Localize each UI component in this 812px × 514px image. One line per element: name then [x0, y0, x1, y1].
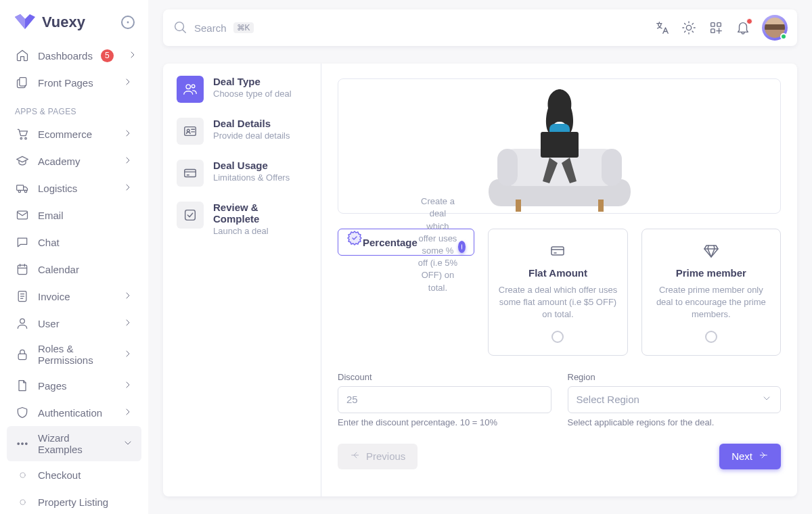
percentage-badge-icon [346, 230, 363, 246]
dots-icon [15, 436, 30, 451]
shield-icon [15, 405, 30, 420]
step-title: Deal Type [213, 76, 292, 87]
svg-point-12 [18, 443, 20, 445]
nav-checkout[interactable]: Checkout [7, 461, 141, 488]
option-percentage[interactable]: Percentage Create a deal which offer use… [338, 229, 474, 256]
svg-rect-8 [18, 265, 26, 274]
nav-roles[interactable]: Roles & Permissions [7, 337, 141, 372]
avatar[interactable] [762, 15, 788, 41]
notifications-icon[interactable] [735, 20, 751, 36]
nav-user[interactable]: User [7, 310, 141, 337]
discount-hint: Enter the discount percentage. 10 = 10% [338, 417, 551, 427]
chevron-down-icon [761, 393, 772, 406]
sidebar: Vuexy Dashboards 5 Front Pages APPS & PA… [0, 0, 148, 514]
stepper: Deal TypeChoose type of deal Deal Detail… [163, 64, 321, 496]
svg-point-14 [26, 443, 28, 445]
step-review[interactable]: Review & CompleteLaunch a deal [177, 202, 307, 236]
option-prime[interactable]: Prime member Create prime member only de… [641, 229, 781, 356]
nav-section-label: APPS & PAGES [7, 96, 141, 120]
step-subtitle: Limitations & Offers [213, 172, 290, 183]
nav-label: Ecommerce [38, 128, 92, 140]
nav-label: Email [38, 210, 64, 221]
radio[interactable] [705, 331, 717, 343]
previous-button[interactable]: Previous [338, 444, 418, 469]
nav-email[interactable]: Email [7, 202, 141, 229]
nav-label: Wizard Examples [38, 432, 114, 455]
svg-rect-11 [18, 354, 26, 359]
search-trigger[interactable]: Search ⌘K [173, 20, 654, 37]
chat-icon [15, 235, 30, 250]
nav-dashboards[interactable]: Dashboards 5 [7, 42, 141, 69]
nav-chat[interactable]: Chat [7, 229, 141, 256]
nav-ecommerce[interactable]: Ecommerce [7, 120, 141, 147]
svg-rect-31 [497, 149, 518, 186]
nav-label: Academy [38, 156, 81, 167]
home-icon [15, 48, 30, 63]
chevron-right-icon [122, 128, 133, 141]
chevron-down-icon [122, 438, 133, 450]
nav-label: Chat [38, 237, 60, 248]
option-flat[interactable]: Flat Amount Create a deal which offer us… [488, 229, 627, 356]
nav-label: User [38, 318, 60, 329]
option-title: Flat Amount [498, 267, 617, 279]
chevron-right-icon [122, 379, 133, 392]
chevron-right-icon [122, 182, 133, 195]
svg-rect-21 [711, 23, 715, 27]
search-placeholder: Search [194, 22, 227, 34]
step-deal-usage[interactable]: Deal UsageLimitations & Offers [177, 160, 307, 187]
calendar-icon [15, 262, 30, 277]
card-icon [177, 160, 204, 187]
nav-calendar[interactable]: Calendar [7, 256, 141, 283]
step-subtitle: Launch a deal [213, 226, 307, 236]
radio-selected[interactable] [458, 241, 466, 253]
step-deal-type[interactable]: Deal TypeChoose type of deal [177, 76, 307, 103]
radio[interactable] [551, 331, 564, 343]
svg-rect-29 [185, 210, 196, 220]
discount-label: Discount [338, 372, 551, 382]
chevron-right-icon [122, 155, 133, 168]
circle-icon [15, 494, 30, 509]
mail-icon [15, 208, 30, 223]
chevron-right-icon [122, 348, 133, 361]
next-button[interactable]: Next [719, 444, 781, 469]
nav-logistics[interactable]: Logistics [7, 174, 141, 202]
diamond-icon [652, 243, 771, 259]
svg-point-13 [22, 443, 24, 445]
step-title: Review & Complete [213, 202, 307, 225]
card-icon [498, 243, 617, 259]
circle-icon [15, 467, 30, 482]
discount-input[interactable]: 25 [338, 386, 551, 413]
nav-front-pages[interactable]: Front Pages [7, 69, 141, 96]
nav-invoice[interactable]: Invoice [7, 283, 141, 310]
nav-auth[interactable]: Authentication [7, 399, 141, 426]
logo-icon [15, 14, 35, 31]
check-icon [177, 202, 204, 229]
svg-point-24 [186, 85, 190, 89]
nav-label: Logistics [38, 183, 77, 194]
nav-academy[interactable]: Academy [7, 147, 141, 174]
collapse-sidebar-icon[interactable] [121, 16, 135, 29]
nav-pages[interactable]: Pages [7, 372, 141, 399]
option-desc: Create a deal which offer uses some % of… [418, 195, 458, 294]
svg-point-25 [191, 85, 195, 88]
svg-point-20 [686, 25, 691, 30]
step-deal-details[interactable]: Deal DetailsProvide deal details [177, 118, 307, 145]
region-hint: Select applicable regions for the deal. [568, 417, 782, 427]
region-select[interactable]: Select Region [568, 386, 782, 413]
svg-rect-37 [541, 132, 579, 158]
chevron-right-icon [127, 49, 138, 62]
theme-icon[interactable] [681, 20, 697, 36]
nav-label: Front Pages [38, 77, 93, 89]
svg-rect-26 [185, 127, 196, 136]
cart-icon [15, 126, 30, 141]
chevron-right-icon [122, 317, 133, 330]
nav-wizard[interactable]: Wizard Examples [7, 426, 141, 461]
apps-icon[interactable] [708, 20, 724, 36]
arrow-left-icon [350, 450, 361, 463]
lock-icon [15, 347, 30, 362]
nav-property[interactable]: Property Listing [7, 488, 141, 514]
svg-point-27 [187, 129, 189, 132]
language-icon[interactable] [654, 20, 670, 36]
svg-point-2 [20, 137, 22, 139]
svg-rect-28 [185, 170, 196, 177]
